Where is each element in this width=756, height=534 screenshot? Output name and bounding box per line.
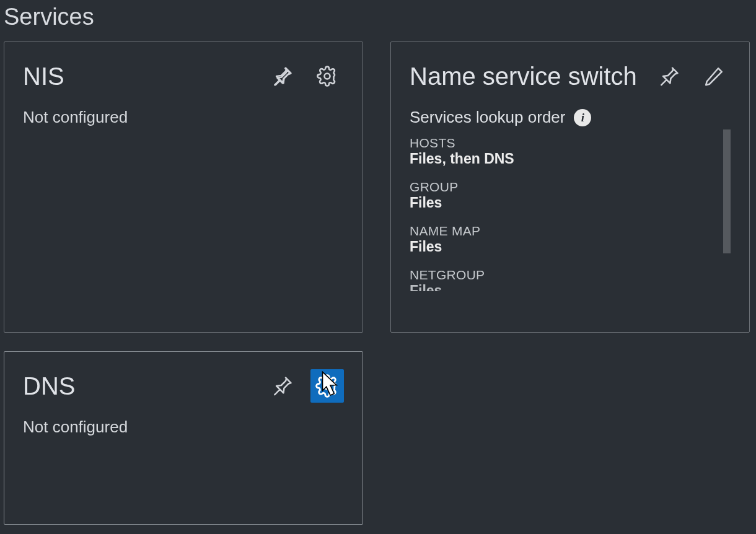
nss-entry-value: Files xyxy=(410,239,706,255)
nss-scrollbar-thumb[interactable] xyxy=(723,129,731,253)
dns-card-header: DNS xyxy=(23,369,344,403)
nss-card-actions xyxy=(653,59,731,93)
nss-entry-label: HOSTS xyxy=(410,136,706,151)
nss-entry-value: Files xyxy=(410,195,706,211)
services-cards-grid: NIS xyxy=(4,42,752,525)
nss-card-header: Name service switch xyxy=(410,59,731,93)
name-service-switch-card: Name service switch Services lookup orde… xyxy=(390,42,750,333)
nss-entry-value: Files xyxy=(410,282,706,291)
dns-card-actions xyxy=(266,369,344,403)
nss-scrollbar[interactable] xyxy=(723,129,731,328)
dns-status-text: Not configured xyxy=(23,418,344,437)
nss-entry-label: NETGROUP xyxy=(410,268,706,282)
nss-entry-group: GROUP Files xyxy=(410,180,706,211)
nss-entry-value: Files, then DNS xyxy=(410,151,706,167)
pin-icon[interactable] xyxy=(653,59,686,93)
nis-card-header: NIS xyxy=(23,59,344,93)
nss-subtitle: Services lookup order xyxy=(410,108,565,127)
svg-point-1 xyxy=(324,383,330,389)
nss-subtitle-row: Services lookup order i xyxy=(410,108,731,127)
nss-card-title: Name service switch xyxy=(410,63,637,90)
nss-entry-label: NAME MAP xyxy=(410,224,706,239)
info-icon[interactable]: i xyxy=(574,109,591,126)
dns-card: DNS xyxy=(4,351,363,525)
edit-icon[interactable] xyxy=(697,59,731,93)
nis-card-actions xyxy=(266,59,344,93)
nss-entry-hosts: HOSTS Files, then DNS xyxy=(410,136,706,167)
nis-card-title: NIS xyxy=(23,63,64,90)
nss-entry-label: GROUP xyxy=(410,180,706,195)
svg-point-0 xyxy=(324,73,330,79)
nis-status-text: Not configured xyxy=(23,108,344,127)
pin-icon[interactable] xyxy=(266,59,299,93)
nss-entry-netgroup: NETGROUP Files xyxy=(410,268,706,291)
gear-icon[interactable] xyxy=(310,369,344,403)
nss-scroll-area: HOSTS Files, then DNS GROUP Files NAME M… xyxy=(410,129,731,328)
nis-card: NIS xyxy=(4,42,363,333)
nss-entry-namemap: NAME MAP Files xyxy=(410,224,706,255)
page-title: Services xyxy=(4,4,752,30)
pin-icon[interactable] xyxy=(266,369,299,403)
gear-icon[interactable] xyxy=(310,59,344,93)
dns-card-title: DNS xyxy=(23,372,75,400)
